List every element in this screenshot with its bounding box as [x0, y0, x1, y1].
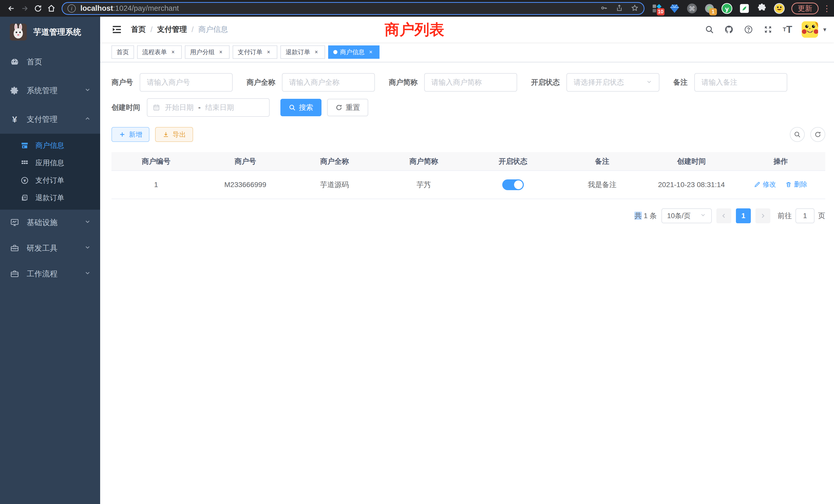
close-icon[interactable]: ×: [265, 48, 272, 56]
sidebar-item-infrastructure[interactable]: 基础设施: [0, 210, 100, 235]
sidebar-item-label: 商户信息: [36, 141, 64, 151]
sidebar-item-payment[interactable]: ¥ 支付管理: [0, 105, 100, 134]
sidebar-item-pay-order[interactable]: ¥ 支付订单: [0, 172, 100, 189]
delete-link[interactable]: 删除: [785, 180, 807, 189]
font-size-icon[interactable]: TT: [782, 24, 793, 35]
close-icon[interactable]: ×: [217, 48, 224, 56]
goto-label: 前往: [777, 211, 792, 221]
column-header: 开启状态: [468, 152, 558, 171]
sidebar-item-workflow[interactable]: 工作流程: [0, 261, 100, 287]
gear-icon: [9, 86, 20, 95]
sidebar-item-label: 首页: [27, 57, 91, 67]
column-header: 创建时间: [647, 152, 736, 171]
search-icon: [289, 104, 296, 111]
tab-pay-order[interactable]: 支付订单×: [233, 45, 277, 59]
edit-link[interactable]: 修改: [754, 180, 776, 189]
app-title: 芋道管理系统: [34, 27, 81, 38]
cell-remark: 我是备注: [558, 171, 647, 199]
close-icon[interactable]: ×: [313, 48, 320, 56]
full-name-label: 商户全称: [246, 77, 275, 87]
close-icon[interactable]: ×: [170, 48, 177, 56]
home-icon[interactable]: [45, 2, 58, 15]
forward-icon[interactable]: [18, 2, 31, 15]
user-avatar[interactable]: [802, 21, 818, 38]
cell-merchant-id: 1: [111, 171, 201, 199]
remark-input[interactable]: [694, 73, 787, 92]
column-header: 商户简称: [379, 152, 468, 171]
sidebar-item-refund-order[interactable]: 退款订单: [0, 189, 100, 207]
search-button[interactable]: 搜索: [280, 99, 322, 116]
password-key-icon[interactable]: [600, 4, 608, 13]
page-number-1[interactable]: 1: [736, 208, 751, 223]
breadcrumb: 首页 / 支付管理 / 商户信息: [131, 24, 228, 35]
goto-page-input[interactable]: [795, 208, 814, 223]
tab-refund-order[interactable]: 退款订单×: [280, 45, 325, 59]
tab-process-form[interactable]: 流程表单×: [137, 45, 182, 59]
prev-page-icon[interactable]: [717, 208, 731, 223]
page-info-icon[interactable]: i: [68, 4, 76, 13]
tab-home[interactable]: 首页: [111, 45, 134, 59]
column-header: 操作: [736, 152, 826, 171]
reload-icon[interactable]: [31, 2, 45, 15]
back-icon[interactable]: [5, 2, 18, 15]
page-size-select[interactable]: 10条/页: [661, 208, 712, 223]
extension-icon-6[interactable]: [739, 3, 750, 14]
status-select[interactable]: 请选择开启状态: [567, 73, 659, 92]
refresh-table-icon[interactable]: [810, 127, 825, 142]
avatar-caret-icon[interactable]: ▾: [823, 26, 826, 33]
chevron-down-icon: [84, 86, 91, 95]
column-header: 备注: [558, 152, 647, 171]
reset-button[interactable]: 重置: [327, 99, 368, 116]
status-toggle[interactable]: [502, 179, 524, 190]
cell-merchant-no: M233666999: [201, 171, 290, 199]
github-icon[interactable]: [724, 24, 734, 35]
create-time-range-picker[interactable]: 开始日期 - 结束日期: [147, 98, 270, 117]
header-search-icon[interactable]: [704, 24, 715, 35]
export-button[interactable]: 导出: [155, 127, 193, 142]
sidebar-item-home[interactable]: 首页: [0, 47, 100, 76]
address-bar[interactable]: i localhost:1024/pay/merchant: [62, 2, 644, 15]
sidebar-collapse-icon[interactable]: [111, 24, 122, 35]
pagination-total: 共 1 条: [635, 211, 657, 221]
add-button[interactable]: 新增: [111, 127, 150, 142]
extension-icon-1[interactable]: 10: [651, 3, 663, 14]
tab-merchant-info[interactable]: 商户信息×: [328, 45, 379, 59]
page-content: 商户号 商户全称 商户简称 开启状态 请选择开启状态: [100, 62, 834, 223]
extensions-puzzle-icon[interactable]: [756, 3, 768, 14]
dashboard-icon: [9, 57, 20, 66]
short-name-input[interactable]: [424, 73, 517, 92]
full-name-input[interactable]: [282, 73, 375, 92]
extension-icon-3[interactable]: ⌘: [686, 3, 698, 14]
chevron-down-icon: [84, 218, 91, 227]
tab-user-group[interactable]: 用户分组×: [185, 45, 229, 59]
url-text: localhost:1024/pay/merchant: [80, 4, 600, 13]
sidebar-item-system[interactable]: 系统管理: [0, 76, 100, 105]
extension-icon-4[interactable]: 1: [704, 3, 716, 14]
merchant-no-label: 商户号: [111, 77, 133, 87]
help-icon[interactable]: [743, 24, 754, 35]
extension-icon-5[interactable]: y: [721, 3, 733, 14]
extension-badge: 1: [709, 8, 717, 16]
browser-profile-avatar[interactable]: [773, 3, 785, 14]
breadcrumb-home[interactable]: 首页: [131, 24, 146, 35]
chevron-down-icon: [84, 244, 91, 253]
sidebar-item-dev-tools[interactable]: 研发工具: [0, 235, 100, 261]
sidebar-item-label: 应用信息: [36, 158, 64, 168]
close-icon[interactable]: ×: [367, 48, 374, 56]
merchant-no-input[interactable]: [140, 73, 233, 92]
share-icon[interactable]: [615, 4, 623, 13]
fullscreen-icon[interactable]: [763, 24, 773, 35]
extension-icon-2[interactable]: [668, 3, 680, 14]
breadcrumb-payment[interactable]: 支付管理: [157, 24, 187, 35]
browser-menu-icon[interactable]: ⋮: [823, 4, 831, 13]
svg-text:⌘: ⌘: [689, 5, 695, 12]
sidebar-item-app-info[interactable]: 应用信息: [0, 154, 100, 172]
bookmark-star-icon[interactable]: [631, 4, 639, 13]
app-logo-row[interactable]: 芋道管理系统: [0, 17, 100, 47]
toggle-search-icon[interactable]: [790, 127, 805, 142]
sidebar-item-merchant-info[interactable]: 商户信息: [0, 137, 100, 154]
tags-view-bar: 首页 流程表单× 用户分组× 支付订单× 退款订单× 商户信息×: [100, 42, 834, 62]
documents-icon: [20, 194, 29, 202]
chrome-update-button[interactable]: 更新: [791, 3, 818, 14]
next-page-icon[interactable]: [755, 208, 770, 223]
